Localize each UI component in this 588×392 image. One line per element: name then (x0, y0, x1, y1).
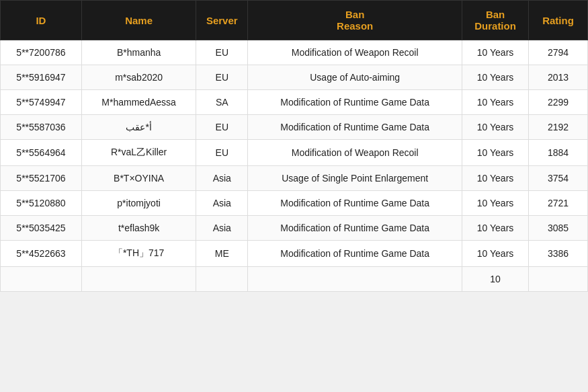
cell-name (81, 267, 196, 292)
cell-reason: Usage of Single Point Enlargement (248, 166, 462, 191)
table-header-row: ID Name Server Ban Reason Ban Duration R… (1, 1, 588, 40)
cell-server: EU (196, 65, 248, 90)
cell-reason: Modification of Weapon Recoil (248, 140, 462, 166)
cell-name: m*sab2020 (81, 65, 196, 90)
cell-reason: Modification of Runtime Game Data (248, 216, 462, 241)
cell-id: 5**5587036 (1, 115, 82, 140)
cell-name: p*itomjyoti (81, 191, 196, 216)
cell-rating: 2013 (529, 65, 588, 90)
cell-rating: 2721 (529, 191, 588, 216)
table-row: 5**4522663 「*TH」717 ME Modification of R… (1, 241, 588, 267)
cell-server: EU (196, 115, 248, 140)
table-row: 5**5749947 M*hammedAessa SA Modification… (1, 90, 588, 115)
cell-duration: 10 Years (462, 241, 529, 267)
cell-id: 5**7200786 (1, 40, 82, 65)
cell-server: Asia (196, 216, 248, 241)
cell-duration: 10 Years (462, 40, 529, 65)
cell-rating: 2299 (529, 90, 588, 115)
header-ban-reason: Ban Reason (248, 1, 462, 40)
ban-table-wrapper: ID Name Server Ban Reason Ban Duration R… (0, 0, 588, 292)
cell-name: t*eflash9k (81, 216, 196, 241)
cell-name: B*T×OYINA (81, 166, 196, 191)
cell-server: Asia (196, 191, 248, 216)
cell-id: 5**5916947 (1, 65, 82, 90)
cell-duration: 10 (462, 267, 529, 292)
table-row: 5**5587036 أ*عقب EU Modification of Runt… (1, 115, 588, 140)
table-row: 5**5035425 t*eflash9k Asia Modification … (1, 216, 588, 241)
cell-id: 5**4522663 (1, 241, 82, 267)
cell-server: Asia (196, 166, 248, 191)
cell-rating: 2192 (529, 115, 588, 140)
cell-duration: 10 Years (462, 115, 529, 140)
cell-rating: 1884 (529, 140, 588, 166)
cell-rating (529, 267, 588, 292)
cell-reason: Modification of Runtime Game Data (248, 115, 462, 140)
cell-id: 5**5035425 (1, 216, 82, 241)
cell-duration: 10 Years (462, 191, 529, 216)
cell-duration: 10 Years (462, 216, 529, 241)
cell-rating: 3386 (529, 241, 588, 267)
cell-duration: 10 Years (462, 65, 529, 90)
cell-duration: 10 Years (462, 90, 529, 115)
table-row: 5**5916947 m*sab2020 EU Usage of Auto-ai… (1, 65, 588, 90)
cell-name: أ*عقب (81, 115, 196, 140)
cell-reason: Modification of Runtime Game Data (248, 90, 462, 115)
cell-server: SA (196, 90, 248, 115)
cell-rating: 3754 (529, 166, 588, 191)
cell-reason: Modification of Weapon Recoil (248, 40, 462, 65)
table-row: 5**5521706 B*T×OYINA Asia Usage of Singl… (1, 166, 588, 191)
table-row: 10 (1, 267, 588, 292)
cell-reason: Usage of Auto-aiming (248, 65, 462, 90)
cell-server (196, 267, 248, 292)
cell-reason (248, 267, 462, 292)
cell-id: 5**5521706 (1, 166, 82, 191)
header-name: Name (81, 1, 196, 40)
cell-duration: 10 Years (462, 140, 529, 166)
cell-rating: 2794 (529, 40, 588, 65)
cell-duration: 10 Years (462, 166, 529, 191)
table-row: 5**7200786 B*hmanha EU Modification of W… (1, 40, 588, 65)
cell-id: 5**5749947 (1, 90, 82, 115)
cell-name: R*vaL乙Killer (81, 140, 196, 166)
cell-name: B*hmanha (81, 40, 196, 65)
cell-name: 「*TH」717 (81, 241, 196, 267)
cell-id: 5**5120880 (1, 191, 82, 216)
cell-reason: Modification of Runtime Game Data (248, 191, 462, 216)
cell-id (1, 267, 82, 292)
cell-name: M*hammedAessa (81, 90, 196, 115)
cell-rating: 3085 (529, 216, 588, 241)
cell-reason: Modification of Runtime Game Data (248, 241, 462, 267)
cell-server: EU (196, 40, 248, 65)
header-rating: Rating (529, 1, 588, 40)
cell-server: ME (196, 241, 248, 267)
header-server: Server (196, 1, 248, 40)
ban-table: ID Name Server Ban Reason Ban Duration R… (0, 0, 588, 292)
cell-server: EU (196, 140, 248, 166)
table-row: 5**5120880 p*itomjyoti Asia Modification… (1, 191, 588, 216)
table-row: 5**5564964 R*vaL乙Killer EU Modification … (1, 140, 588, 166)
cell-id: 5**5564964 (1, 140, 82, 166)
header-id: ID (1, 1, 82, 40)
header-ban-duration: Ban Duration (462, 1, 529, 40)
